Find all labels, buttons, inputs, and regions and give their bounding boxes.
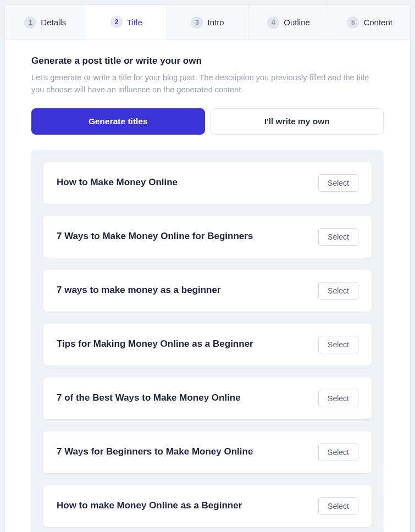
- generate-titles-button[interactable]: Generate titles: [31, 108, 205, 135]
- suggestion-text: 7 Ways to Make Money Online for Beginner…: [57, 230, 253, 242]
- tab-content[interactable]: 5 Content: [329, 5, 410, 40]
- tab-number: 3: [191, 16, 203, 29]
- tab-number: 5: [347, 16, 359, 29]
- suggestion-text: 7 Ways for Beginners to Make Money Onlin…: [57, 446, 253, 458]
- mode-toggle: Generate titles I'll write my own: [31, 108, 384, 135]
- title-suggestion: 7 ways to make money as a beginner Selec…: [43, 270, 372, 312]
- title-suggestions-list: How to Make Money Online Select 7 Ways t…: [31, 150, 384, 533]
- title-suggestion: 7 of the Best Ways to Make Money Online …: [43, 378, 372, 419]
- tab-label: Intro: [207, 18, 224, 27]
- select-button[interactable]: Select: [318, 336, 358, 353]
- tab-title[interactable]: 2 Title: [86, 5, 168, 40]
- tab-label: Title: [127, 18, 142, 27]
- title-suggestion: 7 Ways for Beginners to Make Money Onlin…: [43, 431, 372, 473]
- suggestion-text: 7 of the Best Ways to Make Money Online: [57, 392, 241, 404]
- write-own-button[interactable]: I'll write my own: [211, 108, 384, 135]
- select-button[interactable]: Select: [318, 390, 358, 407]
- select-button[interactable]: Select: [318, 444, 358, 461]
- section-heading: Generate a post title or write your own: [31, 56, 384, 66]
- wizard-tabs: 1 Details 2 Title 3 Intro 4 Outline 5 Co…: [5, 5, 410, 40]
- select-button[interactable]: Select: [318, 228, 358, 246]
- tab-content-area: Generate a post title or write your own …: [5, 40, 410, 532]
- tab-details[interactable]: 1 Details: [5, 5, 86, 40]
- select-button[interactable]: Select: [318, 497, 358, 515]
- suggestion-text: How to Make Money Online: [57, 176, 178, 189]
- tab-outline[interactable]: 4 Outline: [248, 5, 330, 40]
- select-button[interactable]: Select: [318, 174, 358, 192]
- wizard-panel: 1 Details 2 Title 3 Intro 4 Outline 5 Co…: [4, 4, 411, 532]
- title-suggestion: 7 Ways to Make Money Online for Beginner…: [43, 216, 372, 258]
- title-suggestion: Tips for Making Money Online as a Beginn…: [43, 324, 372, 365]
- tab-number: 2: [110, 16, 123, 28]
- suggestion-text: How to make Money Online as a Beginner: [57, 500, 242, 512]
- tab-label: Details: [41, 18, 66, 27]
- tab-intro[interactable]: 3 Intro: [167, 5, 248, 40]
- title-suggestion: How to Make Money Online Select: [43, 162, 372, 204]
- tab-number: 1: [24, 16, 36, 29]
- section-description: Let's generate or write a title for your…: [31, 72, 384, 96]
- select-button[interactable]: Select: [318, 282, 358, 300]
- tab-label: Outline: [284, 18, 310, 27]
- tab-number: 4: [267, 16, 279, 29]
- tab-label: Content: [363, 18, 392, 27]
- suggestion-text: 7 ways to make money as a beginner: [57, 284, 221, 296]
- suggestion-text: Tips for Making Money Online as a Beginn…: [57, 338, 253, 350]
- title-suggestion: How to make Money Online as a Beginner S…: [43, 485, 372, 527]
